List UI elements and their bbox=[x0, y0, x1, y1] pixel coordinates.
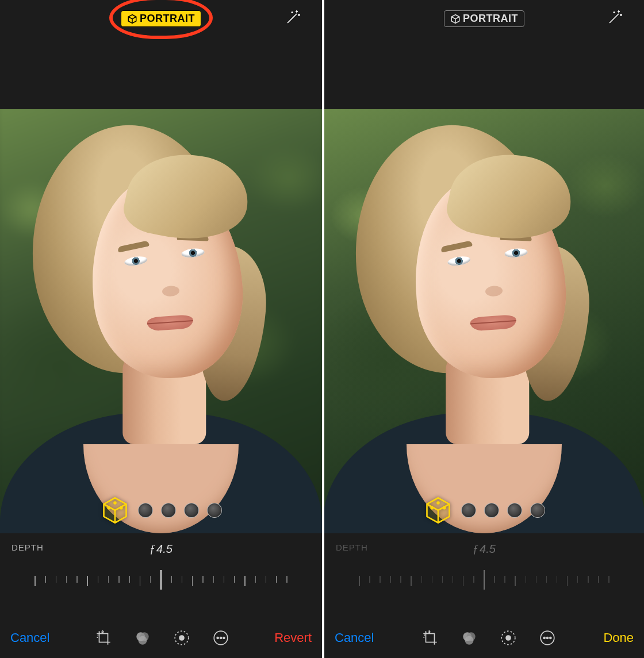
svg-point-6 bbox=[138, 636, 147, 645]
adjust-icon[interactable] bbox=[500, 629, 517, 647]
svg-rect-16 bbox=[425, 634, 434, 642]
svg-rect-3 bbox=[99, 634, 108, 642]
depth-slider[interactable] bbox=[12, 567, 310, 595]
depth-slider[interactable] bbox=[336, 567, 632, 595]
depth-label: DEPTH bbox=[12, 542, 44, 552]
cancel-button[interactable]: Cancel bbox=[335, 630, 374, 645]
magic-wand-icon[interactable] bbox=[284, 8, 302, 26]
svg-point-12 bbox=[223, 637, 225, 639]
svg-point-19 bbox=[465, 636, 473, 645]
photo-subject-person bbox=[0, 109, 322, 533]
cancel-button[interactable]: Cancel bbox=[10, 630, 49, 645]
svg-point-2 bbox=[114, 502, 116, 503]
svg-point-0 bbox=[108, 507, 110, 509]
portrait-mode-badge[interactable]: PORTRAIT bbox=[121, 10, 201, 27]
done-button[interactable]: Done bbox=[603, 630, 634, 645]
svg-point-11 bbox=[220, 637, 221, 639]
cube-icon bbox=[450, 14, 461, 24]
editor-pane-right: PORTRAIT bbox=[322, 0, 644, 658]
depth-label: DEPTH bbox=[336, 542, 368, 552]
photo-preview[interactable] bbox=[324, 109, 644, 533]
lighting-option-dot[interactable] bbox=[484, 503, 499, 518]
photo-preview[interactable] bbox=[0, 109, 322, 533]
lighting-option-dot[interactable] bbox=[184, 503, 199, 518]
lighting-option-dot[interactable] bbox=[207, 503, 222, 518]
more-icon[interactable] bbox=[539, 629, 556, 647]
lighting-natural-selected-icon[interactable] bbox=[423, 495, 453, 525]
svg-point-8 bbox=[179, 635, 185, 641]
depth-control: DEPTH ƒ4.5 bbox=[324, 533, 644, 608]
bottom-toolbar: Cancel Revert bbox=[0, 618, 322, 658]
svg-point-25 bbox=[550, 637, 551, 639]
top-bar: PORTRAIT bbox=[324, 0, 644, 109]
depth-control: DEPTH ƒ4.5 bbox=[0, 533, 322, 608]
lighting-option-dot[interactable] bbox=[461, 503, 476, 518]
lighting-option-dot[interactable] bbox=[161, 503, 176, 518]
lighting-natural-selected-icon[interactable] bbox=[100, 495, 130, 525]
lighting-option-dot[interactable] bbox=[530, 503, 545, 518]
svg-point-15 bbox=[437, 502, 439, 503]
depth-value: ƒ4.5 bbox=[473, 542, 496, 556]
svg-point-14 bbox=[443, 507, 445, 509]
cube-icon bbox=[127, 14, 137, 24]
portrait-lighting-picker[interactable] bbox=[324, 494, 644, 526]
svg-point-1 bbox=[120, 507, 122, 509]
editor-pane-left: PORTRAIT bbox=[0, 0, 322, 658]
portrait-lighting-picker[interactable] bbox=[0, 494, 322, 526]
svg-point-23 bbox=[543, 637, 545, 639]
portrait-mode-badge[interactable]: PORTRAIT bbox=[444, 10, 524, 27]
magic-wand-icon[interactable] bbox=[606, 8, 624, 26]
slider-needle[interactable] bbox=[484, 570, 485, 590]
svg-point-13 bbox=[431, 507, 433, 509]
svg-point-24 bbox=[546, 637, 548, 639]
svg-point-10 bbox=[217, 637, 218, 639]
svg-point-21 bbox=[505, 635, 511, 641]
bottom-toolbar: Cancel Done bbox=[324, 618, 644, 658]
portrait-badge-label: PORTRAIT bbox=[140, 13, 195, 25]
filters-icon[interactable] bbox=[461, 629, 478, 647]
more-icon[interactable] bbox=[212, 629, 229, 647]
photo-subject-person bbox=[324, 109, 644, 533]
top-bar: PORTRAIT bbox=[0, 0, 322, 109]
revert-button[interactable]: Revert bbox=[274, 630, 312, 645]
depth-value: ƒ4.5 bbox=[150, 542, 172, 556]
lighting-option-dot[interactable] bbox=[507, 503, 522, 518]
crop-rotate-icon[interactable] bbox=[95, 629, 112, 647]
crop-rotate-icon[interactable] bbox=[421, 629, 439, 647]
lighting-option-dot[interactable] bbox=[138, 503, 153, 518]
adjust-icon[interactable] bbox=[173, 629, 190, 647]
portrait-badge-label: PORTRAIT bbox=[463, 13, 518, 25]
slider-needle[interactable] bbox=[160, 570, 162, 590]
filters-icon[interactable] bbox=[134, 629, 151, 647]
